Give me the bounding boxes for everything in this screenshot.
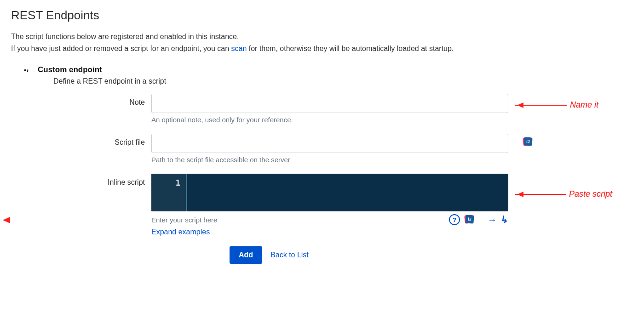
script-file-input[interactable] <box>151 134 508 153</box>
inline-script-label: Inline script <box>11 174 151 187</box>
intro-line2-before: If you have just added or removed a scri… <box>11 45 231 52</box>
arrow-right-icon[interactable]: → <box>488 215 497 225</box>
endpoint-glyph-icon: •› <box>24 65 38 74</box>
section-subtitle: Define a REST endpoint in a script <box>53 77 633 85</box>
scan-link[interactable]: scan <box>231 45 247 52</box>
annotation-name-it: Name it <box>570 100 598 110</box>
stray-red-arrow-icon <box>3 216 12 226</box>
intro-line1: The script functions below are registere… <box>11 33 239 40</box>
editor-body[interactable] <box>187 174 508 211</box>
intro-text: The script functions below are registere… <box>11 31 633 54</box>
editor-gutter: 1 <box>151 174 187 211</box>
back-to-list-link[interactable]: Back to List <box>270 251 309 259</box>
annotation-paste-script: Paste script <box>569 189 612 199</box>
expand-examples-link[interactable]: Expand examples <box>151 228 210 236</box>
intellij-badge-icon[interactable] <box>522 136 533 147</box>
note-help: An optional note, used only for your ref… <box>151 116 508 124</box>
reply-arrow-icon[interactable]: ↲ <box>500 214 509 226</box>
script-file-label: Script file <box>11 134 151 147</box>
note-label: Note <box>11 94 151 107</box>
inline-script-editor[interactable]: 1 <box>151 174 508 211</box>
inline-script-help: Enter your script here <box>151 216 217 224</box>
help-icon[interactable]: ? <box>449 214 460 225</box>
intellij-badge-icon[interactable] <box>464 214 475 225</box>
add-button[interactable]: Add <box>230 246 262 264</box>
section-title: Custom endpoint <box>38 65 102 74</box>
svg-marker-0 <box>3 217 10 223</box>
page-title: REST Endpoints <box>11 8 633 23</box>
script-file-help: Path to the script file accessible on th… <box>151 156 508 164</box>
intro-line2-after: for them, otherwise they will be automat… <box>247 45 454 52</box>
note-input[interactable] <box>151 94 508 113</box>
